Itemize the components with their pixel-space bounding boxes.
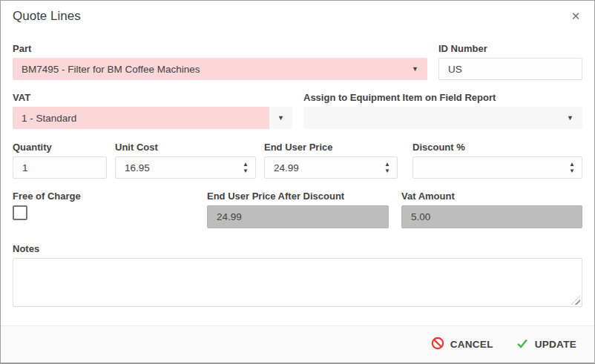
end-user-price-input[interactable] (265, 157, 378, 178)
quantity-field-group: Quantity (13, 142, 107, 179)
part-label: Part (13, 43, 427, 54)
spinner-up-icon[interactable]: ▲ (243, 162, 249, 167)
quote-lines-dialog: Quote Lines ✕ Part BM7495 - Filter for B… (0, 0, 595, 364)
unit-cost-spin-buttons: ▲ ▼ (236, 157, 255, 178)
spinner-up-icon[interactable]: ▲ (384, 162, 390, 167)
spinner-up-icon[interactable]: ▲ (569, 162, 575, 167)
cancel-icon (431, 337, 444, 352)
quantity-input[interactable] (13, 156, 107, 179)
part-dropdown-value: BM7495 - Filter for BM Coffee Machines (22, 64, 200, 75)
chevron-down-icon: ▼ (567, 115, 573, 122)
end-user-price-field-group: End User Price ▲ ▼ (264, 142, 398, 179)
vat-amount-label: Vat Amount (401, 191, 582, 202)
update-button-label: UPDATE (535, 339, 576, 350)
end-user-price-spinner: ▲ ▼ (264, 156, 398, 179)
update-button[interactable]: UPDATE (516, 337, 576, 352)
chevron-down-icon: ▼ (412, 66, 418, 73)
row-vat-assign: VAT 1 - Standard ▼ Assign to Equipment I… (13, 92, 582, 129)
notes-textarea[interactable] (13, 259, 582, 306)
row-numbers: Quantity Unit Cost ▲ ▼ End User Price (13, 142, 582, 179)
row-part-id: Part BM7495 - Filter for BM Coffee Machi… (13, 43, 582, 80)
discount-field-group: Discount % ▲ ▼ (412, 142, 582, 179)
unit-cost-label: Unit Cost (115, 142, 256, 153)
dialog-header: Quote Lines ✕ (1, 1, 594, 24)
id-number-input[interactable] (438, 58, 582, 80)
spinner-down-icon[interactable]: ▼ (569, 168, 575, 173)
price-after-discount-value: 24.99 (207, 205, 389, 228)
unit-cost-input[interactable] (116, 157, 236, 178)
discount-input[interactable] (413, 157, 562, 178)
notes-field-group: Notes (13, 243, 582, 307)
price-after-discount-field-group: End User Price After Discount 24.99 (207, 191, 389, 228)
dialog-footer: CANCEL UPDATE (1, 325, 594, 363)
id-number-label: ID Number (438, 43, 582, 54)
free-of-charge-checkbox[interactable] (13, 205, 27, 220)
discount-label: Discount % (412, 142, 582, 153)
discount-spinner: ▲ ▼ (412, 156, 582, 179)
discount-spin-buttons: ▲ ▼ (562, 157, 582, 178)
vat-dropdown-value: 1 - Standard (13, 107, 269, 129)
unit-cost-field-group: Unit Cost ▲ ▼ (115, 142, 256, 179)
part-field-group: Part BM7495 - Filter for BM Coffee Machi… (13, 43, 427, 80)
close-icon[interactable]: ✕ (568, 8, 584, 24)
assign-equipment-dropdown[interactable]: ▼ (303, 107, 582, 129)
quantity-label: Quantity (13, 142, 107, 153)
row-charge-vat: Free of Charge End User Price After Disc… (13, 191, 582, 228)
vat-dropdown-button[interactable]: ▼ (269, 107, 292, 129)
checkmark-icon (516, 337, 529, 352)
dialog-title: Quote Lines (13, 9, 582, 24)
vat-dropdown[interactable]: 1 - Standard ▼ (13, 107, 292, 129)
dialog-body: Part BM7495 - Filter for BM Coffee Machi… (1, 43, 594, 307)
notes-container (13, 258, 582, 307)
end-user-price-label: End User Price (264, 142, 398, 153)
vat-amount-field-group: Vat Amount 5.00 (401, 191, 582, 228)
notes-label: Notes (13, 243, 582, 254)
cancel-button[interactable]: CANCEL (431, 337, 493, 352)
assign-equipment-field-group: Assign to Equipment Item on Field Report… (303, 92, 582, 129)
vat-field-group: VAT 1 - Standard ▼ (13, 92, 292, 129)
id-number-field-group: ID Number (438, 43, 582, 80)
unit-cost-spinner: ▲ ▼ (115, 156, 256, 179)
spinner-down-icon[interactable]: ▼ (384, 168, 390, 173)
spinner-down-icon[interactable]: ▼ (243, 168, 249, 173)
end-user-price-spin-buttons: ▲ ▼ (378, 157, 397, 178)
vat-amount-value: 5.00 (401, 205, 582, 228)
part-dropdown[interactable]: BM7495 - Filter for BM Coffee Machines ▼ (13, 58, 427, 80)
free-of-charge-label: Free of Charge (13, 191, 194, 202)
chevron-down-icon: ▼ (277, 115, 284, 122)
vat-label: VAT (13, 92, 292, 103)
cancel-button-label: CANCEL (450, 339, 493, 350)
price-after-discount-label: End User Price After Discount (207, 191, 389, 202)
free-of-charge-field-group: Free of Charge (13, 191, 194, 220)
assign-equipment-label: Assign to Equipment Item on Field Report (303, 92, 582, 103)
